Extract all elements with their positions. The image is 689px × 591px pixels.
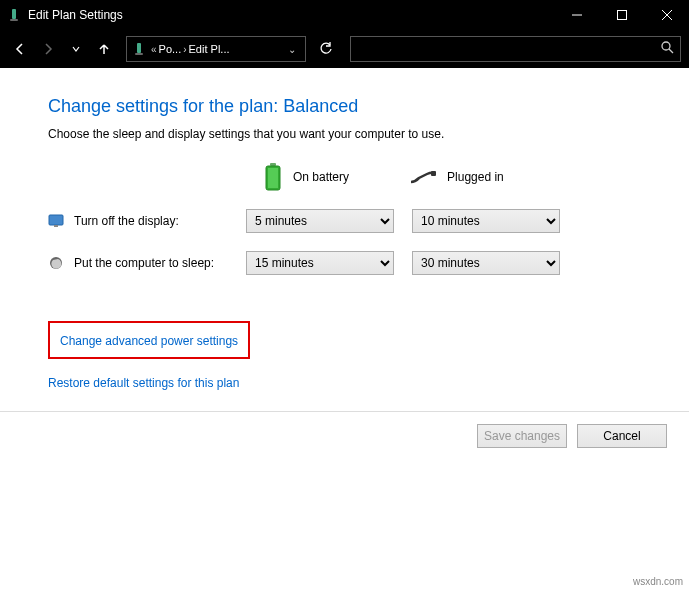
display-row-label: Turn off the display: <box>74 214 179 228</box>
breadcrumb-item-2[interactable]: Edit Pl... <box>189 43 230 55</box>
sleep-battery-select[interactable]: 15 minutes <box>246 251 394 275</box>
chevron-right-icon: › <box>183 44 186 55</box>
sleep-plugged-select[interactable]: 30 minutes <box>412 251 560 275</box>
svg-rect-12 <box>268 168 278 188</box>
content-area: Change settings for the plan: Balanced C… <box>0 68 689 412</box>
forward-button[interactable] <box>36 37 60 61</box>
plugged-label: Plugged in <box>447 170 504 184</box>
cancel-button[interactable]: Cancel <box>577 424 667 448</box>
svg-rect-15 <box>54 225 58 227</box>
column-headers: On battery Plugged in <box>263 163 641 191</box>
display-icon <box>48 213 64 229</box>
close-button[interactable] <box>644 0 689 30</box>
footer: Save changes Cancel <box>0 412 689 460</box>
app-icon <box>6 7 22 23</box>
breadcrumb-prefix: « <box>151 44 157 55</box>
refresh-button[interactable] <box>312 36 340 62</box>
page-subtitle: Choose the sleep and display settings th… <box>48 127 641 141</box>
battery-label: On battery <box>293 170 349 184</box>
toolbar: « Po... › Edit Pl... ⌄ <box>0 30 689 68</box>
plug-icon <box>409 170 437 184</box>
settings-grid: Turn off the display: 5 minutes 10 minut… <box>48 209 641 275</box>
svg-rect-1 <box>10 19 18 21</box>
minimize-button[interactable] <box>554 0 599 30</box>
page-title: Change settings for the plan: Balanced <box>48 96 641 117</box>
links-section: Change advanced power settings Restore d… <box>48 321 641 391</box>
svg-rect-0 <box>12 9 16 19</box>
svg-line-9 <box>669 49 673 53</box>
watermark: wsxdn.com <box>633 576 683 587</box>
svg-rect-14 <box>49 215 63 225</box>
maximize-button[interactable] <box>599 0 644 30</box>
window-title: Edit Plan Settings <box>28 8 554 22</box>
breadcrumb-icon <box>131 41 147 57</box>
back-button[interactable] <box>8 37 32 61</box>
search-bar[interactable] <box>350 36 681 62</box>
svg-rect-3 <box>617 11 626 20</box>
svg-point-8 <box>662 42 670 50</box>
search-input[interactable] <box>357 42 660 56</box>
breadcrumb[interactable]: « Po... › Edit Pl... ⌄ <box>126 36 306 62</box>
svg-rect-13 <box>431 171 436 176</box>
battery-icon <box>263 163 283 191</box>
sleep-icon <box>48 255 64 271</box>
recent-dropdown[interactable] <box>64 37 88 61</box>
search-icon[interactable] <box>660 40 674 58</box>
up-button[interactable] <box>92 37 116 61</box>
sleep-row-label: Put the computer to sleep: <box>74 256 214 270</box>
highlight-annotation: Change advanced power settings <box>48 321 250 359</box>
advanced-settings-link[interactable]: Change advanced power settings <box>60 334 238 348</box>
svg-rect-6 <box>137 43 141 53</box>
breadcrumb-item-1[interactable]: Po... <box>159 43 182 55</box>
breadcrumb-dropdown[interactable]: ⌄ <box>283 44 301 55</box>
restore-defaults-link[interactable]: Restore default settings for this plan <box>48 376 239 390</box>
display-plugged-select[interactable]: 10 minutes <box>412 209 560 233</box>
display-battery-select[interactable]: 5 minutes <box>246 209 394 233</box>
save-button[interactable]: Save changes <box>477 424 567 448</box>
titlebar: Edit Plan Settings <box>0 0 689 30</box>
svg-rect-7 <box>135 53 143 55</box>
